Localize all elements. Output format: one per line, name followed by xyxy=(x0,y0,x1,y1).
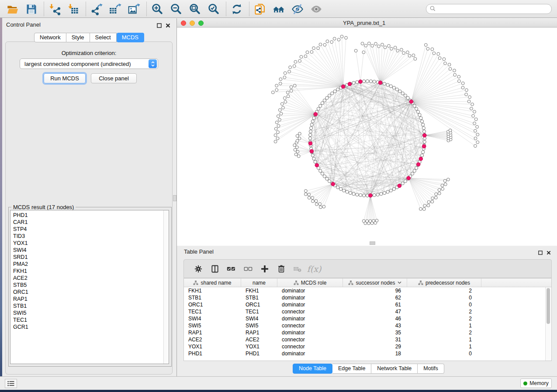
network-node[interactable] xyxy=(308,137,311,140)
zoom-fit-icon[interactable] xyxy=(187,3,202,16)
network-leaf-node[interactable] xyxy=(282,106,285,109)
search-field[interactable] xyxy=(426,4,552,14)
mcds-result-item[interactable]: SWI4 xyxy=(10,247,169,254)
network-node[interactable] xyxy=(373,80,376,83)
mcds-hub-node[interactable] xyxy=(416,162,420,166)
mcds-result-item[interactable]: TID3 xyxy=(10,233,169,240)
tab-style[interactable]: Style xyxy=(66,33,90,42)
network-node[interactable] xyxy=(312,117,315,120)
network-leaf-node[interactable] xyxy=(308,193,311,196)
network-leaf-node[interactable] xyxy=(474,137,477,140)
add-column-icon[interactable] xyxy=(258,263,271,275)
graphics-details-icon[interactable] xyxy=(290,3,305,16)
network-leaf-node[interactable] xyxy=(275,84,278,87)
vertical-splitter-handle[interactable] xyxy=(173,195,176,201)
network-node[interactable] xyxy=(311,154,314,157)
network-leaf-node[interactable] xyxy=(289,66,292,69)
network-node[interactable] xyxy=(325,96,329,100)
node-table[interactable]: shared namenameMCDS rolesuccessor nodesp… xyxy=(183,278,552,361)
mcds-result-item[interactable]: PMA2 xyxy=(10,261,169,268)
network-leaf-node[interactable] xyxy=(296,150,299,153)
network-leaf-node[interactable] xyxy=(435,196,438,199)
network-leaf-node[interactable] xyxy=(275,89,278,92)
network-node[interactable] xyxy=(309,134,312,137)
mcds-result-item[interactable]: RAP1 xyxy=(10,296,169,303)
network-leaf-node[interactable] xyxy=(280,103,284,106)
network-leaf-node[interactable] xyxy=(435,193,438,196)
mcds-result-item[interactable]: GCR1 xyxy=(10,323,169,330)
table-row[interactable]: SWI4SWI4dominator462 xyxy=(184,315,551,322)
network-node[interactable] xyxy=(356,81,359,84)
toggle-panes-icon[interactable] xyxy=(208,263,221,275)
network-node[interactable] xyxy=(413,169,416,172)
network-node[interactable] xyxy=(389,189,392,192)
network-node[interactable] xyxy=(389,85,392,88)
network-leaf-node[interactable] xyxy=(304,193,308,196)
network-leaf-node[interactable] xyxy=(468,96,471,99)
network-leaf-node[interactable] xyxy=(394,46,397,49)
network-node[interactable] xyxy=(404,180,407,183)
network-leaf-node[interactable] xyxy=(298,132,301,135)
table-row[interactable]: PHD1PHD1dominator180 xyxy=(184,350,551,357)
network-leaf-node[interactable] xyxy=(408,54,411,57)
close-panel-icon[interactable] xyxy=(166,22,170,30)
tab-mcds[interactable]: MCDS xyxy=(117,33,144,42)
mcds-hub-node[interactable] xyxy=(331,182,335,186)
network-leaf-node[interactable] xyxy=(293,65,296,68)
network-node[interactable] xyxy=(310,123,313,126)
float-panel-icon[interactable] xyxy=(538,249,543,257)
mcds-hub-node[interactable] xyxy=(398,184,401,188)
network-node[interactable] xyxy=(309,130,312,133)
network-node[interactable] xyxy=(346,190,349,193)
network-leaf-node[interactable] xyxy=(294,148,297,151)
network-leaf-node[interactable] xyxy=(364,44,367,47)
network-leaf-node[interactable] xyxy=(402,52,405,55)
network-leaf-node[interactable] xyxy=(296,139,299,142)
network-leaf-node[interactable] xyxy=(277,124,280,127)
network-node[interactable] xyxy=(404,94,407,97)
memory-button[interactable]: Memory xyxy=(520,378,552,388)
network-node[interactable] xyxy=(419,117,422,120)
network-leaf-node[interactable] xyxy=(278,118,281,121)
network-leaf-node[interactable] xyxy=(284,72,287,75)
network-node[interactable] xyxy=(411,172,414,175)
refresh-icon[interactable] xyxy=(229,3,244,16)
zoom-out-icon[interactable] xyxy=(169,3,183,16)
network-leaf-node[interactable] xyxy=(396,49,399,52)
network-node[interactable] xyxy=(423,140,426,143)
mcds-hub-node[interactable] xyxy=(419,157,423,161)
network-leaf-node[interactable] xyxy=(444,183,447,186)
tab-motifs[interactable]: Motifs xyxy=(418,364,444,374)
network-leaf-node[interactable] xyxy=(447,178,450,181)
network-leaf-node[interactable] xyxy=(457,75,460,78)
mcds-hub-node[interactable] xyxy=(422,144,426,148)
network-leaf-node[interactable] xyxy=(377,45,381,48)
network-node[interactable] xyxy=(311,120,314,123)
export-network-icon[interactable] xyxy=(89,3,104,16)
network-node[interactable] xyxy=(336,186,339,189)
network-leaf-node[interactable] xyxy=(275,121,278,124)
network-leaf-node[interactable] xyxy=(274,127,277,131)
network-leaf-node[interactable] xyxy=(473,122,476,125)
network-leaf-node[interactable] xyxy=(427,204,430,207)
network-leaf-node[interactable] xyxy=(306,51,309,54)
close-panel-button[interactable]: Close panel xyxy=(91,73,137,83)
network-leaf-node[interactable] xyxy=(322,205,325,208)
mcds-result-item[interactable]: FKH1 xyxy=(10,268,169,275)
network-leaf-node[interactable] xyxy=(279,82,282,85)
network-node[interactable] xyxy=(310,127,313,130)
mcds-hub-node[interactable] xyxy=(369,194,373,198)
save-session-icon[interactable] xyxy=(24,3,39,16)
network-leaf-node[interactable] xyxy=(277,131,280,134)
network-leaf-node[interactable] xyxy=(361,42,364,45)
network-node[interactable] xyxy=(421,120,424,123)
network-leaf-node[interactable] xyxy=(470,107,473,110)
network-leaf-node[interactable] xyxy=(426,47,429,50)
import-table-icon[interactable] xyxy=(66,3,81,16)
network-node[interactable] xyxy=(415,166,418,169)
mcds-hub-node[interactable] xyxy=(315,163,319,167)
network-leaf-node[interactable] xyxy=(311,196,314,199)
network-node[interactable] xyxy=(386,190,389,193)
network-node[interactable] xyxy=(422,127,425,130)
search-input[interactable] xyxy=(437,6,551,13)
